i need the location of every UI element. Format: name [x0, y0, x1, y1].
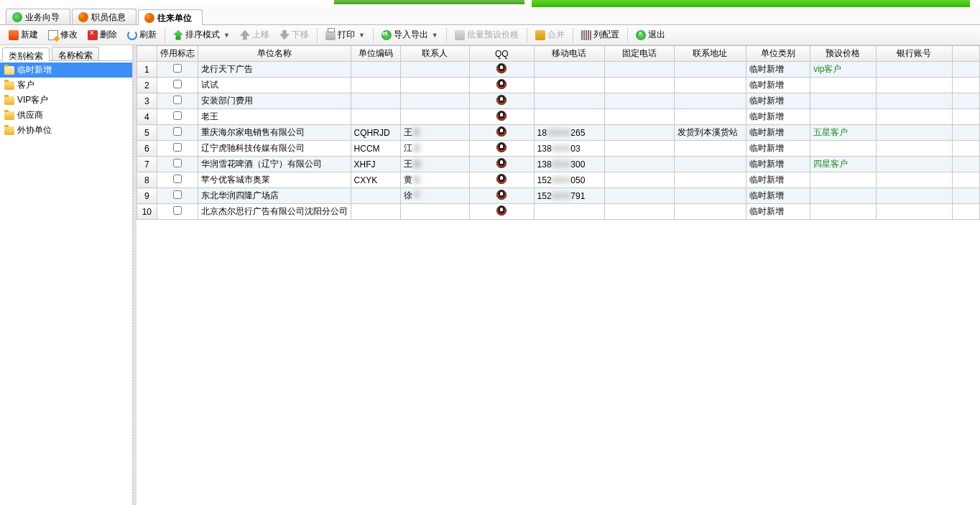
cell-addr: [675, 188, 746, 204]
tab-1[interactable]: 职员信息: [72, 9, 137, 24]
disable-cell: [157, 172, 198, 188]
disable-checkbox[interactable]: [173, 96, 182, 104]
tab-0[interactable]: 业务向导: [6, 9, 70, 24]
separator: [627, 28, 628, 42]
table-row[interactable]: 5重庆海尔家电销售有限公司CQHRJD王某1800000265发货到本溪货站临时…: [137, 125, 980, 141]
column-header[interactable]: 联系地址: [675, 46, 746, 62]
row-number: 3: [137, 93, 157, 109]
disable-checkbox[interactable]: [173, 175, 182, 183]
tree-item-0[interactable]: 临时新增: [0, 62, 132, 78]
table-row[interactable]: 6辽宁虎驰科技传媒有限公司HCCM江某138000003临时新增: [137, 141, 980, 157]
qq-icon[interactable]: [496, 205, 507, 216]
column-header[interactable]: 单位编码: [351, 46, 400, 62]
disable-checkbox[interactable]: [173, 80, 182, 88]
column-header[interactable]: 预设价格: [810, 46, 876, 62]
table-row[interactable]: 2试试临时新增: [137, 78, 980, 93]
side-tab-name[interactable]: 名称检索: [52, 47, 99, 60]
toolbar-sort-button[interactable]: 排序模式▼: [169, 27, 234, 43]
cell-contact: [400, 62, 469, 78]
column-header[interactable]: 移动电话: [534, 46, 604, 62]
cell-contact: 黄某: [400, 172, 469, 188]
qq-icon[interactable]: [496, 95, 507, 105]
cell-bank: [876, 204, 952, 220]
disable-checkbox[interactable]: [173, 190, 182, 199]
tree-item-3[interactable]: 供应商: [0, 108, 132, 123]
separator: [446, 28, 447, 42]
sort-icon: [173, 30, 183, 40]
disable-cell: [157, 109, 198, 125]
disable-checkbox[interactable]: [173, 206, 182, 215]
column-header[interactable]: 银行账号: [876, 46, 952, 62]
cell-qq: [470, 172, 534, 188]
disable-checkbox[interactable]: [173, 64, 182, 73]
column-header[interactable]: 单位类别: [746, 46, 810, 62]
column-header[interactable]: 固定电话: [604, 46, 674, 62]
toolbar-io-button[interactable]: 导入导出▼: [377, 27, 443, 43]
column-header[interactable]: 单位名称: [198, 46, 351, 62]
disable-cell: [157, 141, 198, 157]
table-row[interactable]: 9东北华润四隆广场店徐宇1520000791临时新增: [137, 188, 980, 204]
people-icon: [78, 12, 88, 22]
cell-extra: [953, 204, 980, 220]
disable-checkbox[interactable]: [173, 143, 182, 152]
column-header[interactable]: QQ: [470, 46, 534, 62]
qq-icon[interactable]: [496, 174, 507, 184]
cell-bank: [876, 78, 952, 93]
cell-code: [351, 188, 400, 204]
tab-label: 职员信息: [91, 11, 126, 24]
toolbar-del-button[interactable]: 删除: [83, 27, 121, 43]
folder-icon: [4, 126, 14, 135]
cell-mobile: [534, 62, 604, 78]
tab-label: 往来单位: [157, 12, 192, 24]
qq-icon[interactable]: [496, 63, 507, 73]
down-icon: [279, 30, 290, 40]
cell-bank: [876, 62, 952, 78]
cell-bank: [876, 141, 952, 157]
toolbar-edit-button[interactable]: 修改: [44, 27, 82, 43]
disable-checkbox[interactable]: [173, 111, 182, 120]
column-header[interactable]: 联系人: [400, 46, 469, 62]
qq-icon[interactable]: [496, 142, 507, 152]
cell-price: vip客户: [810, 62, 876, 78]
qq-icon[interactable]: [496, 111, 507, 121]
cell-tel: [604, 157, 674, 172]
cell-mobile: 1520000050: [534, 172, 604, 188]
toolbar-exit-button[interactable]: 退出: [632, 27, 670, 43]
table-row[interactable]: 7华润雪花啤酒（辽宁）有限公司XHFJ王嫡1380000300临时新增四星客户: [137, 157, 980, 172]
toolbar-print-button[interactable]: 打印▼: [321, 27, 369, 43]
tree-item-4[interactable]: 外协单位: [0, 123, 132, 138]
cell-tel: [604, 172, 674, 188]
table-row[interactable]: 1龙行天下广告临时新增vip客户: [137, 62, 980, 78]
tree-item-2[interactable]: VIP客户: [0, 93, 132, 108]
qq-icon[interactable]: [496, 126, 507, 136]
cell-extra: [953, 109, 980, 125]
cell-contact: [400, 78, 469, 93]
table-row[interactable]: 3安装部门费用临时新增: [137, 93, 980, 109]
qq-icon[interactable]: [496, 158, 507, 168]
qq-icon[interactable]: [496, 79, 507, 89]
cell-addr: [675, 172, 746, 188]
button-label: 下移: [292, 29, 309, 41]
disable-checkbox[interactable]: [173, 127, 182, 136]
cell-price: [810, 141, 876, 157]
qq-icon[interactable]: [496, 190, 507, 200]
tab-2[interactable]: 往来单位: [138, 9, 203, 25]
table-row[interactable]: 10北京杰尔思行广告有限公司沈阳分公司临时新增: [137, 204, 980, 220]
table-row[interactable]: 4老王临时新增: [137, 109, 980, 125]
column-header[interactable]: [137, 46, 157, 62]
edit-icon: [48, 30, 58, 40]
button-label: 上移: [252, 29, 269, 41]
toolbar-refresh-button[interactable]: 刷新: [123, 27, 161, 43]
cell-contact: 江某: [400, 141, 469, 157]
cell-category: 临时新增: [746, 78, 810, 93]
side-tab-category[interactable]: 类别检索: [2, 47, 50, 61]
table-row[interactable]: 8苹兮优客城市奥莱CXYK黄某1520000050临时新增: [137, 172, 980, 188]
cell-bank: [876, 125, 952, 141]
tree-item-1[interactable]: 客户: [0, 78, 132, 93]
toolbar-new-button[interactable]: 新建: [4, 27, 42, 43]
toolbar-cols-button[interactable]: 列配置: [577, 27, 624, 43]
cell-qq: [470, 109, 534, 125]
toolbar-up-button: 上移: [236, 27, 274, 43]
column-header[interactable]: 停用标志: [157, 46, 198, 62]
disable-checkbox[interactable]: [173, 159, 182, 167]
